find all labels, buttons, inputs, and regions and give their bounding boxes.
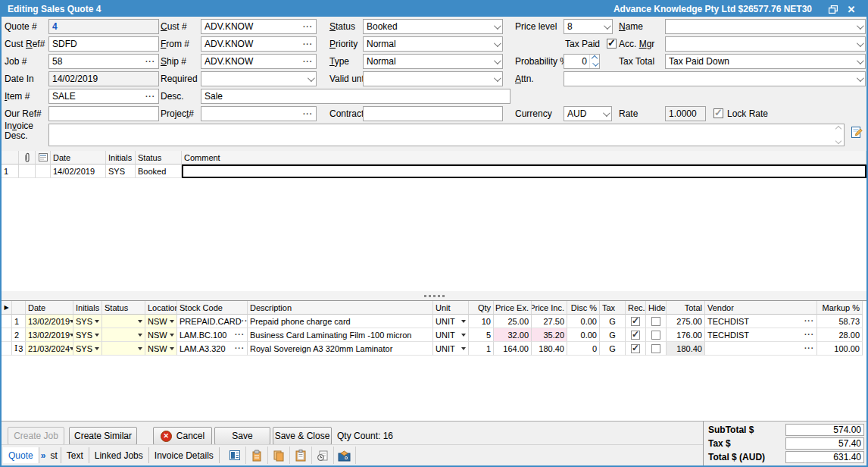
item-price-ex-cell[interactable]: 25.00 [494, 315, 532, 328]
comment-status-cell[interactable]: Booked [136, 165, 182, 178]
item-price-inc-cell[interactable]: 180.40 [532, 342, 567, 356]
restore-window-icon[interactable] [824, 2, 842, 16]
rec-checkbox[interactable] [631, 344, 640, 353]
type-dropdown[interactable]: Normal [363, 54, 503, 69]
clipboard-icon[interactable] [290, 447, 312, 464]
item-unit-cell[interactable]: UNIT [433, 315, 469, 328]
combo-arrow-icon[interactable] [95, 347, 99, 350]
combo-arrow-icon[interactable] [95, 334, 99, 337]
item-unit-cell[interactable]: UNIT [433, 342, 469, 356]
item-input[interactable]: SALE ··· [48, 89, 159, 104]
save-close-button[interactable]: Save & Close [273, 427, 332, 445]
item-price-inc-cell[interactable]: 35.20 [532, 328, 567, 342]
tab-linked-jobs[interactable]: Linked Jobs [89, 447, 149, 463]
item-rec-cell[interactable] [626, 328, 646, 342]
item-qty-cell[interactable]: 5 [469, 328, 494, 342]
comment-note-cell[interactable] [36, 165, 51, 178]
item-tax-cell[interactable]: G [600, 315, 626, 328]
item-price-ex-cell[interactable]: 32.00 [494, 328, 532, 342]
stock-lookup-ellipsis-icon[interactable]: ··· [235, 344, 245, 353]
attn-combo[interactable] [564, 71, 866, 86]
item-desc-cell[interactable]: Business Card Laminating Film -100 micro… [248, 328, 433, 342]
cancel-button[interactable]: ✕ Cancel [153, 427, 212, 445]
stock-lookup-ellipsis-icon[interactable]: ··· [242, 317, 248, 325]
item-qty-cell[interactable]: 1 [469, 342, 494, 356]
copy-pages-icon[interactable] [268, 447, 290, 464]
tab-overflow-chevrons-icon[interactable]: » [39, 450, 48, 461]
project-input[interactable]: ··· [201, 106, 317, 121]
combo-arrow-icon[interactable] [170, 334, 174, 337]
hide-checkbox[interactable] [651, 331, 660, 340]
item-vendor-cell[interactable]: ··· [705, 342, 817, 356]
stock-lookup-ellipsis-icon[interactable]: ··· [235, 331, 245, 339]
spinner-arrows[interactable] [589, 55, 599, 68]
item-markup-cell[interactable]: 28.00 [817, 328, 863, 342]
tab-text[interactable]: Text [61, 447, 89, 463]
scroll-up-icon[interactable] [835, 126, 841, 132]
chevron-down-icon[interactable] [857, 57, 864, 64]
item-hide-cell[interactable] [646, 342, 667, 356]
item-initials-cell[interactable]: SYS [73, 315, 102, 328]
item-markup-cell[interactable]: 100.00 [817, 342, 863, 356]
combo-arrow-icon[interactable] [170, 347, 174, 350]
rec-checkbox[interactable] [631, 331, 640, 340]
job-lookup-ellipsis-icon[interactable]: ··· [145, 58, 155, 66]
item-price-ex-cell[interactable]: 164.00 [494, 342, 532, 356]
chevron-down-icon[interactable] [308, 74, 315, 82]
item-tax-cell[interactable]: G [600, 328, 626, 342]
grid-splitter-handle[interactable] [2, 291, 866, 301]
cust-input[interactable]: ADV.KNOW ··· [201, 19, 317, 34]
from-input[interactable]: ADV.KNOW ··· [201, 36, 317, 52]
status-dropdown[interactable]: Booked [363, 19, 503, 34]
rate-input[interactable]: 1.0000 [665, 106, 706, 121]
item-location-cell[interactable]: NSW [145, 328, 177, 342]
tab-clipped[interactable]: st [47, 447, 61, 463]
ship-lookup-ellipsis-icon[interactable]: ··· [303, 58, 313, 66]
hide-checkbox[interactable] [651, 317, 660, 326]
cust-ref-input[interactable]: SDFD [48, 36, 159, 52]
item-disc-cell[interactable]: 0.00 [567, 315, 600, 328]
notebook-clip-icon[interactable] [246, 447, 268, 464]
desc-input[interactable]: Sale [201, 89, 510, 104]
vendor-lookup-ellipsis-icon[interactable]: ··· [804, 331, 814, 339]
close-icon[interactable]: ✕ [842, 2, 860, 16]
lock-rate-checkbox[interactable] [713, 108, 723, 118]
create-similar-button[interactable]: Create Similar [69, 427, 137, 445]
chevron-down-icon[interactable] [857, 22, 864, 30]
item-disc-cell[interactable]: 0.00 [567, 328, 600, 342]
combo-arrow-icon[interactable] [138, 320, 142, 323]
item-rec-cell[interactable] [626, 315, 646, 328]
item-vendor-cell[interactable]: TECHDIST··· [705, 315, 817, 328]
hide-checkbox[interactable] [651, 344, 660, 353]
tax-paid-checkbox[interactable] [607, 39, 617, 49]
our-ref-input[interactable] [48, 106, 159, 121]
tax-total-combo[interactable]: Tax Paid Down [665, 54, 866, 69]
chevron-down-icon[interactable] [603, 109, 610, 117]
item-hide-cell[interactable] [646, 328, 667, 342]
item-stock-cell[interactable]: PREPAID.CARD··· [177, 315, 248, 328]
comment-attach-cell[interactable] [19, 165, 36, 178]
item-status-cell[interactable] [102, 328, 145, 342]
tab-quote[interactable]: Quote [3, 447, 39, 463]
combo-arrow-icon[interactable] [461, 347, 466, 350]
item-initials-cell[interactable]: SYS [73, 328, 102, 342]
chevron-down-icon[interactable] [604, 22, 611, 30]
item-lookup-ellipsis-icon[interactable]: ··· [145, 92, 155, 101]
item-disc-cell[interactable]: 0 [567, 342, 600, 356]
chevron-down-icon[interactable] [494, 39, 501, 47]
stock-watch-icon[interactable] [334, 447, 356, 464]
currency-dropdown[interactable]: AUD [564, 106, 612, 121]
chevron-down-icon[interactable] [857, 39, 864, 47]
invoice-desc-scrollbar[interactable] [833, 125, 843, 145]
combo-arrow-icon[interactable] [138, 347, 142, 350]
item-desc-cell[interactable]: Prepaid phone charge card [248, 315, 433, 328]
item-price-inc-cell[interactable]: 27.50 [532, 315, 567, 328]
date-in-input[interactable]: 14/02/2019 [48, 71, 159, 86]
contract-input[interactable] [363, 106, 503, 121]
save-button[interactable]: Save [214, 427, 270, 445]
quote-input[interactable]: 4 [48, 19, 159, 34]
comment-date-cell[interactable]: 14/02/2019 [51, 165, 106, 178]
comment-initials-cell[interactable]: SYS [106, 165, 136, 178]
invoice-desc-textarea[interactable] [48, 124, 845, 146]
required-dropdown[interactable] [201, 71, 317, 86]
